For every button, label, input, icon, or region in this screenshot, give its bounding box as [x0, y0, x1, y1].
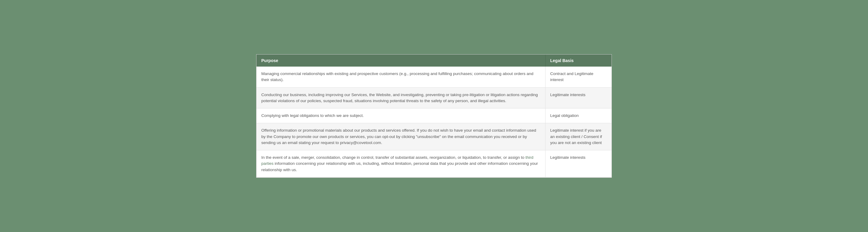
- legal-basis-table: Purpose Legal Basis Managing commercial …: [256, 55, 612, 177]
- purpose-cell: Complying with legal obligations to whic…: [256, 108, 545, 123]
- table-row: Complying with legal obligations to whic…: [256, 108, 612, 123]
- legal-basis-cell: Legitimate interest if you are an existi…: [545, 123, 612, 151]
- legal-basis-cell: Legitimate interests: [545, 151, 612, 177]
- table-row: Conducting our business, including impro…: [256, 87, 612, 108]
- legal-basis-cell: Legal obligation: [545, 108, 612, 123]
- legal-basis-cell: Legitimate interests: [545, 87, 612, 108]
- legal-basis-cell: Contract and Legitimate interest: [545, 67, 612, 87]
- purpose-cell: Managing commercial relationships with e…: [256, 67, 545, 87]
- table-header-row: Purpose Legal Basis: [256, 55, 612, 67]
- purpose-cell: In the event of a sale, merger, consolid…: [256, 151, 545, 177]
- main-table-container: Purpose Legal Basis Managing commercial …: [256, 54, 612, 178]
- legal-basis-column-header: Legal Basis: [545, 55, 612, 67]
- purpose-cell: Conducting our business, including impro…: [256, 87, 545, 108]
- table-row: Managing commercial relationships with e…: [256, 67, 612, 87]
- purpose-cell: Offering information or promotional mate…: [256, 123, 545, 151]
- purpose-column-header: Purpose: [256, 55, 545, 67]
- table-row: In the event of a sale, merger, consolid…: [256, 151, 612, 177]
- highlighted-text: third parties: [261, 155, 533, 166]
- table-row: Offering information or promotional mate…: [256, 123, 612, 151]
